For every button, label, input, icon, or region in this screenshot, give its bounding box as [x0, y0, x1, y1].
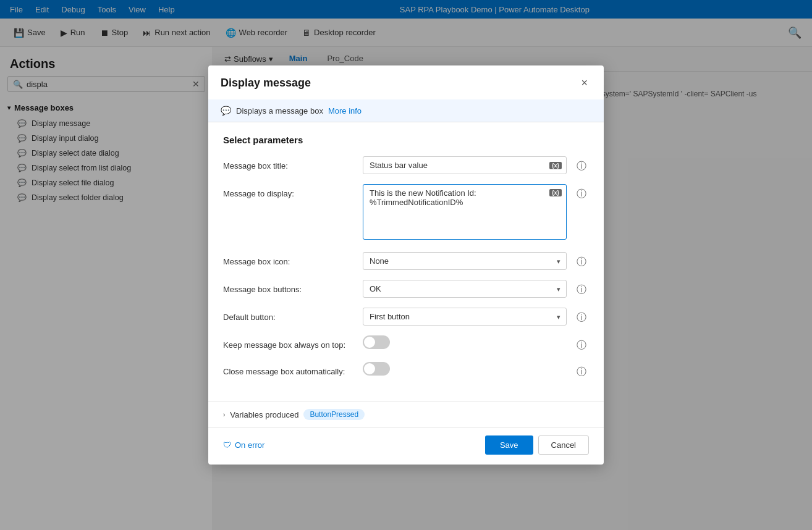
msg-display-textarea[interactable]: This is the new Notification Id: %Trimme…: [363, 184, 567, 240]
keep-top-label: Keep message box always on top:: [223, 335, 353, 350]
modal-overlay[interactable]: Display message × 💬 Displays a message b…: [0, 0, 812, 530]
param-row-default-btn: Default button: First button ▾ ⓘ: [223, 308, 589, 326]
default-btn-label: Default button:: [223, 308, 353, 322]
variables-badge: ButtonPressed: [303, 409, 365, 420]
variables-chevron-icon: ›: [223, 411, 225, 418]
modal-title: Display message: [221, 77, 311, 90]
msg-display-label: Message to display:: [223, 184, 353, 198]
variables-label: Variables produced: [230, 410, 298, 419]
modal-header: Display message ×: [208, 65, 604, 99]
params-title: Select parameters: [223, 135, 589, 145]
close-auto-label: Close message box automatically:: [223, 362, 353, 376]
msg-icon-info-icon[interactable]: ⓘ: [577, 252, 589, 269]
param-row-msg-display: Message to display: This is the new Noti…: [223, 184, 589, 242]
param-row-msg-buttons: Message box buttons: OK ▾ ⓘ: [223, 280, 589, 298]
modal-body: Select parameters Message box title: {x}…: [208, 122, 604, 401]
param-row-close-auto: Close message box automatically: ⓘ: [223, 362, 589, 379]
msg-display-clear-btn[interactable]: {x}: [549, 189, 562, 196]
shield-icon: 🛡: [223, 440, 231, 450]
close-auto-knob: [364, 363, 375, 374]
variables-header[interactable]: › Variables produced ButtonPressed: [223, 409, 589, 420]
msg-title-input[interactable]: [363, 156, 567, 174]
modal-footer: 🛡 On error Save Cancel: [208, 427, 604, 465]
modal-info-bar: 💬 Displays a message box More info: [208, 99, 604, 122]
keep-top-info-icon[interactable]: ⓘ: [577, 335, 589, 352]
msg-buttons-select[interactable]: OK: [363, 280, 567, 298]
msg-icon-select-wrapper: None ▾: [363, 252, 567, 270]
close-auto-toggle[interactable]: [363, 362, 390, 376]
info-text: Displays a message box: [236, 106, 323, 116]
msg-display-info-icon[interactable]: ⓘ: [577, 184, 589, 201]
param-row-msg-title: Message box title: {x} ⓘ: [223, 156, 589, 174]
modal-save-button[interactable]: Save: [485, 435, 533, 455]
msg-title-control: {x}: [363, 156, 567, 174]
msg-buttons-label: Message box buttons:: [223, 280, 353, 294]
default-btn-select-wrapper: First button ▾: [363, 308, 567, 326]
param-row-msg-icon: Message box icon: None ▾ ⓘ: [223, 252, 589, 270]
close-auto-toggle-wrapper: [363, 362, 567, 376]
keep-top-toggle[interactable]: [363, 335, 390, 349]
footer-actions: Save Cancel: [485, 435, 589, 455]
msg-title-info-icon[interactable]: ⓘ: [577, 156, 589, 173]
msg-display-control: This is the new Notification Id: %Trimme…: [363, 184, 567, 242]
msg-icon-label: Message box icon:: [223, 252, 353, 266]
on-error-button[interactable]: 🛡 On error: [223, 440, 264, 450]
variables-section: › Variables produced ButtonPressed: [208, 401, 604, 427]
modal-cancel-button[interactable]: Cancel: [538, 435, 589, 455]
msg-buttons-select-wrapper: OK ▾: [363, 280, 567, 298]
on-error-label: On error: [235, 440, 264, 450]
more-info-link[interactable]: More info: [328, 106, 362, 116]
display-message-modal: Display message × 💬 Displays a message b…: [208, 65, 604, 465]
msg-icon-select[interactable]: None: [363, 252, 567, 270]
close-auto-info-icon[interactable]: ⓘ: [577, 362, 589, 379]
keep-top-toggle-wrapper: [363, 335, 567, 349]
msg-buttons-info-icon[interactable]: ⓘ: [577, 280, 589, 297]
keep-top-knob: [364, 337, 375, 348]
default-btn-select[interactable]: First button: [363, 308, 567, 326]
default-btn-info-icon[interactable]: ⓘ: [577, 308, 589, 324]
msg-title-clear-btn[interactable]: {x}: [549, 162, 562, 169]
msg-title-label: Message box title:: [223, 156, 353, 170]
param-row-keep-top: Keep message box always on top: ⓘ: [223, 335, 589, 352]
modal-close-button[interactable]: ×: [577, 75, 591, 91]
info-bubble-icon: 💬: [221, 106, 231, 116]
